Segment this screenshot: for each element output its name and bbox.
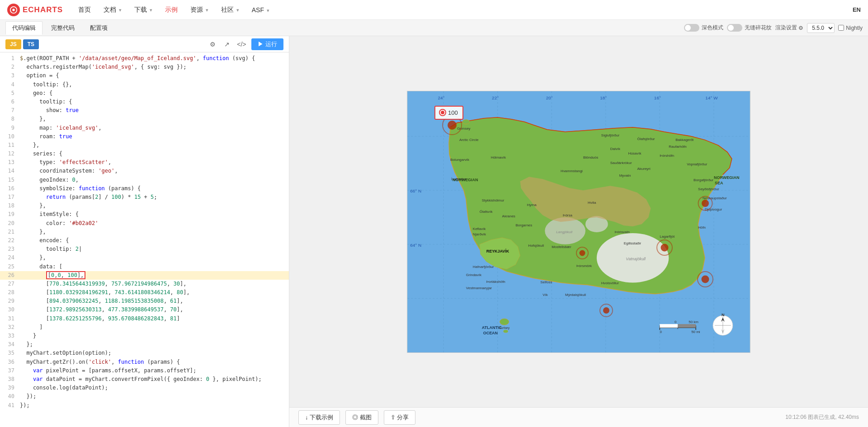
code-line: 15 geoIndex: 0, — [0, 176, 289, 184]
editor-tabs: JS TS ⚙ ↗ </> ▶ 运行 — [0, 36, 289, 52]
nav-asf[interactable]: ASF ▾ — [251, 5, 270, 15]
download-example-button[interactable]: ↓ 下载示例 — [298, 410, 340, 425]
code-line: 24 }, — [0, 253, 289, 262]
code-line: 14 coordinateSystem: 'geo', — [0, 167, 289, 175]
nav-examples[interactable]: 示例 — [164, 4, 179, 16]
svg-text:Seyðisfjörður: Seyðisfjörður — [698, 187, 719, 191]
settings-icon[interactable]: ⚙ — [208, 40, 217, 49]
code-line: 27 [770.3415644319939, 757.9672194986475… — [0, 280, 289, 288]
code-line: 8 }, — [0, 115, 289, 123]
svg-text:Bakkagerði: Bakkagerði — [675, 137, 693, 141]
svg-text:Borgarnes: Borgarnes — [515, 223, 532, 227]
svg-text:Vopnafjörður: Vopnafjörður — [687, 162, 708, 166]
svg-text:Mýrdalsjökull: Mýrdalsjökull — [565, 293, 586, 297]
seamless-switch[interactable] — [727, 24, 742, 32]
svg-text:Þórsmörk: Þórsmörk — [576, 263, 592, 267]
svg-text:Njarðvík: Njarðvík — [473, 232, 486, 236]
nightly-checkbox-area[interactable]: Nightly — [838, 25, 863, 31]
logo-area: ECHARTS — [7, 4, 63, 16]
dark-mode-toggle[interactable]: 深色模式 — [684, 24, 723, 32]
code-line: 29 [894.03790632245, 1188.1985153835008,… — [0, 297, 289, 305]
svg-text:Hvíta: Hvíta — [588, 201, 596, 205]
community-arrow-icon: ▾ — [236, 7, 239, 13]
code-line: 9 map: 'iceland_svg', — [0, 124, 289, 132]
nav-community[interactable]: 社区 ▾ — [220, 4, 240, 16]
svg-text:Stykkishólmur: Stykkishólmur — [482, 198, 505, 202]
resources-arrow-icon: ▾ — [206, 7, 208, 13]
code-line: 31 [1378.62251255796, 935.6708486282843,… — [0, 314, 289, 323]
svg-text:Hofsjökull: Hofsjökull — [528, 243, 544, 247]
svg-text:Þorlákshöfn: Þorlákshöfn — [486, 279, 505, 283]
tooltip-value: 100 — [448, 109, 458, 116]
chart-tooltip: 100 — [434, 106, 463, 120]
nav-resources[interactable]: 资源 ▾ — [189, 4, 209, 16]
svg-text:50 km: 50 km — [689, 320, 698, 324]
svg-text:Arctic Circle: Arctic Circle — [459, 137, 479, 141]
code-line: 23 tooltip: 2| — [0, 245, 289, 253]
bottom-bar: ↓ 下载示例 ◎ 截图 ⇧ 分享 10:12:06 图表已生成, 42.40ms — [289, 407, 868, 427]
lang-switch[interactable]: EN — [853, 6, 861, 13]
render-settings-btn[interactable]: 渲染设置 ⚙ — [775, 24, 803, 32]
share-button[interactable]: ⇧ 分享 — [384, 410, 416, 425]
tooltip-dot — [440, 110, 445, 115]
svg-text:Bolungarvík: Bolungarvík — [450, 158, 469, 162]
code-line: 30 [1372.98925630313, 477.3839988649537,… — [0, 305, 289, 314]
svg-text:Ísafjörður: Ísafjörður — [451, 177, 467, 181]
dark-mode-switch[interactable] — [684, 24, 699, 32]
screenshot-button[interactable]: ◎ 截图 — [345, 410, 378, 425]
tab-code-edit[interactable]: 代码编辑 — [5, 21, 42, 35]
svg-text:Lagarfljót: Lagarfljót — [660, 234, 675, 238]
code-line: 25 data: [ — [0, 263, 289, 271]
svg-text:14° W: 14° W — [705, 95, 718, 100]
code-line: 22 encode: { — [0, 236, 289, 245]
code-line: 34 }; — [0, 340, 289, 349]
svg-text:Vestmannaeyjar: Vestmannaeyjar — [466, 286, 492, 290]
js-tab[interactable]: JS — [5, 39, 21, 49]
embed-icon[interactable]: </> — [237, 40, 246, 49]
svg-text:Vatnajökull: Vatnajökull — [626, 256, 646, 261]
svg-text:Hafnarfjörður: Hafnarfjörður — [473, 264, 494, 268]
docs-arrow-icon: ▾ — [119, 7, 122, 13]
tab-config[interactable]: 配置项 — [83, 21, 114, 35]
nav-home[interactable]: 首页 — [77, 4, 92, 16]
share-code-icon[interactable]: ↗ — [222, 40, 231, 49]
svg-text:22°: 22° — [492, 95, 499, 100]
svg-text:Myvatn: Myvatn — [619, 174, 631, 178]
svg-text:Hvammstangi: Hvammstangi — [561, 169, 583, 173]
svg-text:Langjökull: Langjökull — [556, 230, 572, 234]
svg-point-79 — [500, 319, 509, 325]
nav-docs[interactable]: 文档 ▾ — [103, 4, 123, 16]
toolbar-right: 深色模式 无缝碎花纹 渲染设置 ⚙ 5.5.0 5.4.0 5.3.0 Nigh… — [684, 23, 863, 33]
svg-text:OCEAN: OCEAN — [483, 331, 498, 335]
code-line: 28 [1180.0329284196291, 743.614180834621… — [0, 288, 289, 297]
svg-text:Mosfellsbær: Mosfellsbær — [552, 244, 571, 249]
version-select[interactable]: 5.5.0 5.4.0 5.3.0 — [807, 23, 835, 33]
logo-text: ECHARTS — [23, 5, 63, 14]
ts-tab[interactable]: TS — [23, 39, 39, 49]
code-line: 41 }); — [0, 401, 289, 410]
code-line: 18 }, — [0, 202, 289, 210]
nav-download[interactable]: 下载 ▾ — [133, 4, 153, 16]
code-line: 36 myChart.getZr().on('click', function … — [0, 358, 289, 366]
svg-text:Hyrna: Hyrna — [527, 203, 537, 207]
code-line: 19 itemStyle: { — [0, 210, 289, 219]
svg-text:Blönduós: Blönduós — [583, 155, 598, 160]
code-line: 7 show: true — [0, 106, 289, 115]
svg-text:NORWEGIAN: NORWEGIAN — [714, 175, 740, 180]
svg-text:Höfn: Höfn — [698, 225, 706, 229]
svg-point-81 — [504, 330, 508, 333]
tab-full-code[interactable]: 完整代码 — [44, 21, 81, 35]
svg-rect-93 — [678, 324, 696, 328]
nightly-checkbox[interactable] — [838, 25, 844, 31]
top-nav: ECHARTS 首页 文档 ▾ 下载 ▾ 示例 资源 ▾ 社区 ▾ ASF ▾ … — [0, 0, 868, 20]
map-container[interactable]: 24° 22° 20° 18° 16° 14° W 66° N 64° N Va… — [407, 91, 750, 353]
code-editor[interactable]: 1 $.get(ROOT_PATH + '/data/asset/geo/Map… — [0, 52, 289, 427]
run-button[interactable]: ▶ 运行 — [251, 38, 283, 50]
code-line: 37 var pixelPoint = [params.offsetX, par… — [0, 366, 289, 375]
svg-text:Selfoss: Selfoss — [540, 280, 552, 284]
seamless-toggle[interactable]: 无缝碎花纹 — [727, 24, 772, 32]
code-line: 21 }, — [0, 228, 289, 236]
svg-text:0: 0 — [660, 330, 662, 334]
code-line: 10 roam: true — [0, 132, 289, 141]
code-line: 6 tooltip: { — [0, 98, 289, 106]
